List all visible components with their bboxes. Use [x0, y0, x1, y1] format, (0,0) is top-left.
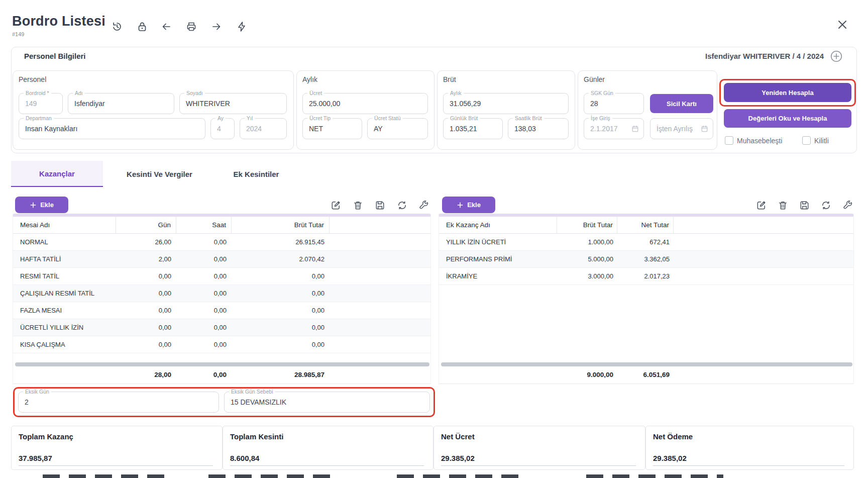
- page-title: Bordro Listesi: [12, 14, 105, 29]
- print-icon[interactable]: [185, 21, 197, 33]
- table-cell: 0,00: [116, 285, 176, 302]
- table-row[interactable]: YILLIK İZİN ÜCRETİ1.000,00672,41: [439, 234, 853, 251]
- ucret-tip-field[interactable]: Ücret Tip NET: [302, 118, 362, 139]
- table-row[interactable]: NORMAL26,000,0026.915,45: [13, 234, 430, 251]
- earnings-add-label: Ekle: [40, 201, 54, 209]
- table-cell: KISA ÇALIŞMA: [13, 336, 116, 353]
- table-row[interactable]: HAFTA TATİLİ2,000,002.070,42: [13, 251, 430, 268]
- summary-label: Toplam Kesinti: [230, 432, 283, 441]
- table-cell: 0,00: [232, 319, 330, 336]
- extra-earnings-refresh-icon[interactable]: [820, 200, 832, 211]
- eksik-gun-field[interactable]: Eksik Gün 2: [18, 392, 219, 413]
- summary-card-net-ucret: Net Ücret 29.385,02: [433, 426, 645, 470]
- table-cell: HAFTA TATİLİ: [13, 251, 116, 267]
- column-header[interactable]: Mesai Adı: [13, 217, 116, 233]
- ise-giris-field[interactable]: İşe Giriş 2.1.2017: [584, 118, 644, 139]
- tab-ek-kesintiler[interactable]: Ek Kesintiler: [216, 161, 296, 187]
- table-row[interactable]: FAZLA MESAI0,000,000,00: [13, 302, 430, 319]
- ay-field[interactable]: Ay 4: [210, 118, 235, 139]
- column-header[interactable]: Ek Kazanç Adı: [439, 217, 557, 233]
- table-cell-filler: [330, 285, 430, 302]
- total-brut-tutar: 9.000,00: [557, 366, 617, 384]
- extra-earnings-settings-wrench-icon[interactable]: [842, 200, 853, 211]
- summary-value[interactable]: 29.385,02: [441, 454, 475, 462]
- extra-earnings-add-button[interactable]: Ekle: [442, 197, 495, 213]
- column-header[interactable]: Brüt Tutar: [232, 217, 330, 233]
- table-cell: 0,00: [116, 319, 176, 336]
- ucret-statu-field[interactable]: Ücret Statü AY: [367, 118, 428, 139]
- history-icon[interactable]: [111, 21, 123, 33]
- adi-field[interactable]: Adı Isfendiyar: [68, 93, 174, 114]
- aylik-group-legend: Aylık: [302, 75, 317, 83]
- table-row[interactable]: İKRAMİYE3.000,002.017,23: [439, 268, 853, 285]
- gunluk-brut-field[interactable]: Günlük Brüt 1.035,21: [443, 118, 503, 139]
- summary-card-toplam-kazanc: Toplam Kazanç 37.985,87: [11, 426, 223, 470]
- column-header[interactable]: Net Tutar: [617, 217, 674, 233]
- earnings-refresh-icon[interactable]: [396, 200, 408, 211]
- eksik-gun-sebebi-field[interactable]: Eksik Gün Sebebi 15 DEVAMSIZLIK: [224, 392, 430, 413]
- summary-value[interactable]: 29.385,02: [653, 454, 687, 462]
- extra-earnings-totals-row: 9.000,00 6.051,69: [439, 366, 853, 384]
- earnings-delete-icon[interactable]: [352, 200, 364, 211]
- earnings-save-icon[interactable]: [374, 200, 386, 211]
- column-header-filler: [674, 217, 853, 233]
- ucret-tip-value: NET: [309, 125, 359, 133]
- previous-record-icon[interactable]: [160, 21, 172, 33]
- table-cell: FAZLA MESAI: [13, 302, 116, 319]
- horizontal-scrollbar[interactable]: [15, 362, 429, 366]
- totals-spacer: [439, 366, 557, 384]
- sgk-gun-label: SGK Gün: [589, 90, 615, 96]
- table-cell: 672,41: [617, 234, 674, 250]
- ucret-value: 25.000,00: [309, 100, 424, 108]
- horizontal-scrollbar[interactable]: [441, 362, 852, 366]
- calendar-icon[interactable]: [631, 125, 639, 133]
- table-row[interactable]: ÜCRETLİ YILLIK İZİN0,000,000,00: [13, 319, 430, 336]
- add-record-icon[interactable]: [830, 50, 843, 63]
- summary-value[interactable]: 37.985,87: [19, 454, 52, 462]
- column-header[interactable]: Gün: [116, 217, 176, 233]
- table-row[interactable]: PERFORMANS PRİMİ5.000,003.362,05: [439, 251, 853, 268]
- calendar-icon[interactable]: [700, 125, 709, 133]
- bordroid-field[interactable]: Bordroid * 149: [19, 93, 63, 114]
- earnings-add-button[interactable]: Ekle: [15, 197, 68, 213]
- saatlik-brut-field[interactable]: Saatlik Brüt 138,03: [508, 118, 569, 139]
- summary-value[interactable]: 8.600,84: [230, 454, 259, 462]
- quick-action-icon[interactable]: [236, 21, 248, 33]
- isten-ayrilis-field[interactable]: İşten Ayrılış: [650, 118, 713, 139]
- earnings-edit-icon[interactable]: [330, 200, 342, 211]
- table-cell-filler: [674, 251, 853, 267]
- read-and-calculate-button[interactable]: Değerleri Oku ve Hesapla: [724, 109, 851, 128]
- table-row[interactable]: RESMİ TATİL0,000,000,00: [13, 268, 430, 285]
- yil-field[interactable]: Yıl 2024: [240, 118, 287, 139]
- soyadi-field[interactable]: Soyadı WHITERIVER: [179, 93, 287, 114]
- table-row[interactable]: ÇALIŞILAN RESMİ TATİL0,000,000,00: [13, 285, 430, 302]
- extra-earnings-save-icon[interactable]: [799, 200, 810, 211]
- eksik-gun-value: 2: [25, 398, 215, 406]
- summary-label: Net Ödeme: [653, 432, 693, 441]
- extra-earnings-delete-icon[interactable]: [777, 200, 789, 211]
- earnings-settings-wrench-icon[interactable]: [418, 200, 429, 211]
- column-header[interactable]: Saat: [176, 217, 232, 233]
- close-icon[interactable]: [835, 18, 849, 32]
- personel-group-legend: Personel: [19, 75, 46, 83]
- extra-earnings-edit-icon[interactable]: [755, 200, 767, 211]
- column-header[interactable]: Brüt Tutar: [557, 217, 617, 233]
- table-row[interactable]: KISA ÇALIŞMA0,000,000,00: [13, 336, 430, 353]
- muhasebelesti-checkbox[interactable]: [725, 136, 733, 145]
- adi-label: Adı: [73, 90, 85, 96]
- lock-icon[interactable]: [136, 21, 148, 33]
- tab-kesinti-ve-vergiler[interactable]: Kesinti Ve Vergiler: [103, 161, 216, 187]
- recalculate-button[interactable]: Yeniden Hesapla: [724, 83, 851, 102]
- cutoff-row-fragment: [397, 474, 527, 478]
- sicil-karti-button[interactable]: Sicil Kartı: [650, 94, 713, 113]
- tab-kazanclar[interactable]: Kazançlar: [11, 161, 103, 187]
- table-cell: 0,00: [176, 302, 232, 319]
- next-record-icon[interactable]: [210, 21, 223, 33]
- brut-aylik-field[interactable]: Aylık 31.056,29: [443, 93, 569, 114]
- table-cell: 0,00: [232, 302, 330, 319]
- ucret-field[interactable]: Ücret 25.000,00: [302, 93, 428, 114]
- sgk-gun-field[interactable]: SGK Gün 28: [584, 93, 644, 114]
- gunluk-brut-value: 1.035,21: [450, 125, 499, 133]
- kilitli-checkbox[interactable]: [802, 136, 811, 145]
- departman-field[interactable]: Departman Insan Kaynakları: [19, 118, 205, 139]
